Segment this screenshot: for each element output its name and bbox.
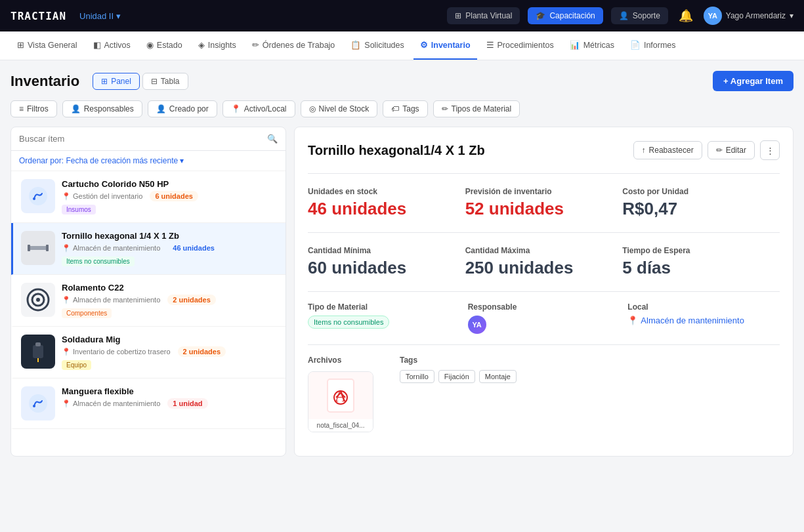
secnav-procedimientos[interactable]: ☰ Procedimientos	[480, 31, 561, 60]
capacitacion-button[interactable]: 🎓 Capacitación	[528, 7, 603, 24]
inventario-icon: ⚙	[420, 40, 428, 50]
secnav-solicitudes[interactable]: 📋 Solicitudes	[344, 31, 410, 60]
estado-icon: ◉	[146, 40, 154, 50]
activo-local-filter[interactable]: 📍 Activo/Local	[222, 100, 295, 117]
list-item[interactable]: Rolamento C22 📍 Almacén de mantenimiento…	[11, 275, 286, 327]
tags-filter-icon: 🏷	[391, 104, 399, 113]
nivel-stock-icon: ◎	[309, 104, 316, 113]
item-image-5	[21, 386, 55, 420]
svg-point-0	[29, 187, 47, 205]
detail-header: Tornillo hexagonal1/4 X 1 Zb ↑ Reabastec…	[308, 140, 780, 160]
tipos-material-icon: ✏	[442, 104, 448, 113]
file-card[interactable]: A nota_fiscal_04...	[308, 371, 373, 432]
stats-section-1: Unidades en stock 46 unidades Previsión …	[308, 173, 780, 232]
view-toggle: ⊞ Panel ⊟ Tabla	[93, 73, 188, 90]
list-item[interactable]: Cartucho Colorido N50 HP 📍 Gestión del i…	[11, 171, 286, 223]
tags-filter[interactable]: 🏷 Tags	[383, 100, 427, 117]
stat-prevision: Previsión de inventario 52 unidades	[465, 184, 623, 222]
item-count-1: 6 unidades	[150, 191, 198, 201]
notification-button[interactable]: 🔔	[676, 6, 696, 26]
stat-unidades-stock: Unidades en stock 46 unidades	[308, 184, 465, 222]
stats-grid-2: Cantidad Mínima 60 unidades Cantidad Máx…	[308, 243, 780, 281]
location-icon-2: 📍	[62, 244, 71, 253]
page-header: Inventario ⊞ Panel ⊟ Tabla + Agregar Ite…	[11, 71, 793, 91]
search-input[interactable]	[19, 134, 262, 144]
informes-icon: 📄	[630, 40, 641, 50]
solicitudes-icon: 📋	[350, 40, 361, 50]
restock-button[interactable]: ↑ Reabastecer	[633, 141, 702, 159]
item-info-3: Rolamento C22 📍 Almacén de mantenimiento…	[62, 283, 278, 318]
filtros-button[interactable]: ≡ Filtros	[11, 100, 57, 117]
filtros-icon: ≡	[19, 104, 24, 113]
tipos-material-filter[interactable]: ✏ Tipos de Material	[433, 100, 520, 117]
responsables-filter[interactable]: 👤 Responsables	[62, 100, 142, 117]
page-title: Inventario	[11, 73, 79, 90]
item-info-2: Tornillo hexagonal 1/4 X 1 Zb 📍 Almacén …	[62, 231, 278, 266]
secnav-estado[interactable]: ◉ Estado	[140, 31, 189, 60]
item-count-3: 2 unidades	[167, 295, 215, 305]
main-content: Inventario ⊞ Panel ⊟ Tabla + Agregar Ite…	[0, 60, 804, 467]
more-options-button[interactable]: ⋮	[760, 140, 780, 160]
nivel-stock-filter[interactable]: ◎ Nivel de Stock	[301, 100, 378, 117]
stat-cantidad-minima: Cantidad Mínima 60 unidades	[308, 243, 465, 281]
location-icon: 📍	[62, 192, 71, 201]
activo-local-icon: 📍	[231, 104, 241, 113]
tabla-icon: ⊟	[151, 77, 158, 86]
list-item[interactable]: Tornillo hexagonal 1/4 X 1 Zb 📍 Almacén …	[11, 223, 286, 275]
responsible-section: Responsable YA	[468, 302, 620, 334]
edit-button[interactable]: ✏ Editar	[708, 141, 755, 159]
files-tags-row: Archivos A nota_fiscal_04...	[308, 344, 780, 443]
svg-rect-2	[29, 246, 47, 250]
secnav-inventario[interactable]: ⚙ Inventario	[413, 31, 477, 60]
metricas-icon: 📊	[570, 40, 580, 50]
location-icon-3: 📍	[62, 296, 71, 304]
tag-chips: Tornillo Fijación Montaje	[400, 370, 517, 383]
secnav-informes[interactable]: 📄 Informes	[624, 31, 683, 60]
unit-chevron-icon: ▾	[116, 11, 121, 21]
tabla-view-button[interactable]: ⊟ Tabla	[142, 73, 188, 90]
secnav-metricas[interactable]: 📊 Métricas	[563, 31, 621, 60]
location-icon-4: 📍	[62, 348, 71, 356]
detail-panel: Tornillo hexagonal1/4 X 1 Zb ↑ Reabastec…	[294, 127, 793, 457]
soporte-icon: 👤	[619, 11, 629, 20]
item-info-5: Manguera flexible 📍 Almacén de mantenimi…	[62, 386, 278, 412]
user-menu[interactable]: YA Yago Armendariz ▾	[704, 7, 793, 25]
detail-title: Tornillo hexagonal1/4 X 1 Zb	[308, 143, 633, 158]
item-info-1: Cartucho Colorido N50 HP 📍 Gestión del i…	[62, 179, 278, 215]
planta-virtual-icon: ⊞	[455, 11, 461, 20]
add-item-button[interactable]: + Agregar Item	[713, 71, 793, 91]
svg-rect-9	[35, 342, 41, 346]
panel-view-button[interactable]: ⊞ Panel	[93, 73, 140, 90]
secnav-activos[interactable]: ◧ Activos	[87, 31, 137, 60]
secnav-vista-general[interactable]: ⊞ Vista General	[11, 31, 84, 60]
edit-icon: ✏	[716, 146, 723, 155]
search-bar: 🔍	[11, 127, 286, 151]
capacitacion-icon: 🎓	[536, 11, 545, 20]
list-item[interactable]: Manguera flexible 📍 Almacén de mantenimi…	[11, 379, 286, 429]
planta-virtual-button[interactable]: ⊞ Planta Virtual	[447, 7, 520, 24]
filter-bar: ≡ Filtros 👤 Responsables 👤 Creado por 📍 …	[11, 100, 793, 117]
location-icon-5: 📍	[62, 399, 71, 408]
insights-icon: ◈	[198, 40, 205, 50]
creado-por-filter[interactable]: 👤 Creado por	[148, 100, 217, 117]
files-section: Archivos A nota_fiscal_04...	[308, 356, 373, 443]
restock-icon: ↑	[642, 146, 646, 155]
secnav-insights[interactable]: ◈ Insights	[192, 31, 243, 60]
unit-selector[interactable]: Unidad II ▾	[79, 11, 121, 21]
search-icon: 🔍	[267, 134, 278, 144]
stat-cantidad-maxima: Cantidad Máxima 250 unidades	[465, 243, 623, 281]
soporte-button[interactable]: 👤 Soporte	[611, 7, 668, 24]
secnav-ordenes[interactable]: ✏ Órdenes de Trabajo	[245, 31, 342, 60]
vista-general-icon: ⊞	[17, 40, 24, 50]
item-tag-2: Items no consumibles	[62, 256, 135, 266]
item-image-4	[21, 335, 55, 369]
local-section: Local 📍 Almacén de mantenimiento	[627, 302, 780, 334]
file-preview: A	[308, 372, 373, 419]
svg-rect-4	[46, 245, 49, 251]
panel-icon: ⊞	[101, 77, 108, 86]
responsables-filter-icon: 👤	[71, 104, 81, 113]
item-tag-1: Insumos	[62, 205, 96, 215]
list-item[interactable]: Soldadura Mig 📍 Inventario de cobertizo …	[11, 327, 286, 379]
sort-selector[interactable]: Fecha de creación más reciente ▾	[66, 156, 184, 165]
svg-point-11	[29, 394, 47, 413]
